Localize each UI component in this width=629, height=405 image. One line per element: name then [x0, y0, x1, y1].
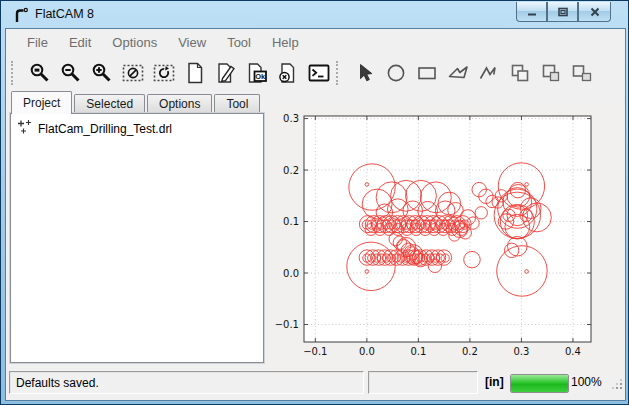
draw-circle-icon — [385, 62, 407, 84]
progress-percent: 100% — [571, 375, 602, 389]
window-controls — [516, 2, 611, 22]
replot-icon — [153, 62, 175, 84]
menu-file[interactable]: File — [19, 35, 56, 50]
draw-circle-button[interactable] — [380, 58, 411, 88]
status-secondary-panel — [368, 371, 478, 394]
new-file-icon — [184, 62, 206, 84]
titlebar[interactable]: FlatCAM 8 — [1, 1, 628, 28]
menu-options[interactable]: Options — [104, 35, 165, 50]
svg-text:0.0: 0.0 — [283, 268, 299, 279]
shell-button[interactable] — [303, 58, 334, 88]
zoom-out-icon — [60, 62, 82, 84]
select-cursor-button[interactable] — [349, 58, 380, 88]
menu-edit[interactable]: Edit — [61, 35, 99, 50]
draw-rectangle-button[interactable] — [411, 58, 442, 88]
units-label: [in] — [485, 375, 504, 389]
toolbar-group-0: Ok — [11, 56, 334, 90]
delete-file-icon — [277, 62, 299, 84]
tree-item-label: FlatCam_Drilling_Test.drl — [38, 122, 172, 136]
drill-plot: −0.10.00.10.20.30.4−0.10.00.10.20.3 — [268, 102, 624, 374]
delete-file-button[interactable] — [272, 58, 303, 88]
zoom-fit-button[interactable] — [24, 58, 55, 88]
menubar: FileEditOptionsViewToolHelp — [6, 29, 625, 56]
toolbar-handle[interactable] — [336, 61, 343, 85]
zoom-in-icon — [91, 62, 113, 84]
geo-union-icon — [509, 62, 531, 84]
geo-intersect-icon — [540, 62, 562, 84]
tab-selected[interactable]: Selected — [74, 94, 145, 114]
status-message: Defaults saved. — [16, 376, 99, 390]
svg-text:0.2: 0.2 — [283, 165, 299, 176]
progress-bar — [510, 374, 569, 393]
svg-text:0.3: 0.3 — [283, 113, 299, 124]
replot-button[interactable] — [148, 58, 179, 88]
draw-polygon-button[interactable] — [442, 58, 473, 88]
draw-polyline-button[interactable] — [473, 58, 504, 88]
tabbar: ProjectSelectedOptionsTool — [11, 91, 262, 114]
new-file-button[interactable] — [179, 58, 210, 88]
shell-icon — [308, 62, 330, 84]
clear-plot-icon — [122, 62, 144, 84]
menu-tool[interactable]: Tool — [219, 35, 259, 50]
geo-cut-icon — [571, 62, 593, 84]
tab-options[interactable]: Options — [147, 94, 212, 114]
progress-fill — [511, 375, 568, 392]
toolbar: Ok — [6, 56, 625, 90]
resize-grip[interactable] — [612, 379, 623, 393]
app-icon — [12, 6, 30, 24]
menu-view[interactable]: View — [170, 35, 214, 50]
maximize-icon — [556, 6, 570, 18]
open-file-button[interactable] — [210, 58, 241, 88]
draw-rectangle-icon — [416, 62, 438, 84]
statusbar: Defaults saved. [in] 100% — [6, 371, 625, 397]
save-ok-button[interactable]: Ok — [241, 58, 272, 88]
svg-text:Ok: Ok — [255, 72, 266, 81]
tab-project[interactable]: Project — [11, 91, 72, 114]
geo-union-button[interactable] — [504, 58, 535, 88]
svg-text:−0.1: −0.1 — [275, 319, 299, 330]
maximize-button[interactable] — [547, 2, 578, 22]
clear-plot-button[interactable] — [117, 58, 148, 88]
select-cursor-icon — [354, 62, 376, 84]
svg-text:−0.1: −0.1 — [303, 346, 327, 357]
toolbar-group-1 — [336, 56, 597, 90]
svg-text:0.0: 0.0 — [359, 346, 375, 357]
minimize-button[interactable] — [516, 2, 547, 22]
status-message-panel: Defaults saved. — [9, 371, 364, 394]
svg-text:0.3: 0.3 — [513, 346, 529, 357]
window-title: FlatCAM 8 — [35, 7, 94, 21]
project-tree[interactable]: FlatCam_Drilling_Test.drl — [10, 113, 264, 363]
tab-tool[interactable]: Tool — [214, 94, 260, 114]
zoom-in-button[interactable] — [86, 58, 117, 88]
svg-text:0.1: 0.1 — [283, 216, 299, 227]
zoom-fit-icon — [29, 62, 51, 84]
tree-item-drill-object[interactable]: FlatCam_Drilling_Test.drl — [11, 114, 263, 138]
drill-object-icon — [17, 119, 33, 138]
geo-intersect-button[interactable] — [535, 58, 566, 88]
plot-canvas[interactable]: −0.10.00.10.20.30.4−0.10.00.10.20.3 — [268, 102, 624, 374]
menu-help[interactable]: Help — [264, 35, 307, 50]
zoom-out-button[interactable] — [55, 58, 86, 88]
toolbar-handle[interactable] — [11, 61, 18, 85]
svg-text:0.2: 0.2 — [462, 346, 478, 357]
close-button[interactable] — [578, 2, 611, 22]
svg-text:0.1: 0.1 — [410, 346, 426, 357]
open-file-icon — [215, 62, 237, 84]
minimize-icon — [525, 6, 539, 18]
geo-cut-button[interactable] — [566, 58, 597, 88]
close-icon — [588, 6, 602, 18]
draw-polyline-icon — [478, 62, 500, 84]
flatcam-window: FlatCAM 8 FileEditOptionsViewToolHelp Ok… — [0, 0, 629, 405]
svg-text:0.4: 0.4 — [565, 346, 581, 357]
draw-polygon-icon — [447, 62, 469, 84]
save-ok-icon: Ok — [246, 62, 268, 84]
main-content: FileEditOptionsViewToolHelp Ok ProjectSe… — [5, 28, 626, 401]
